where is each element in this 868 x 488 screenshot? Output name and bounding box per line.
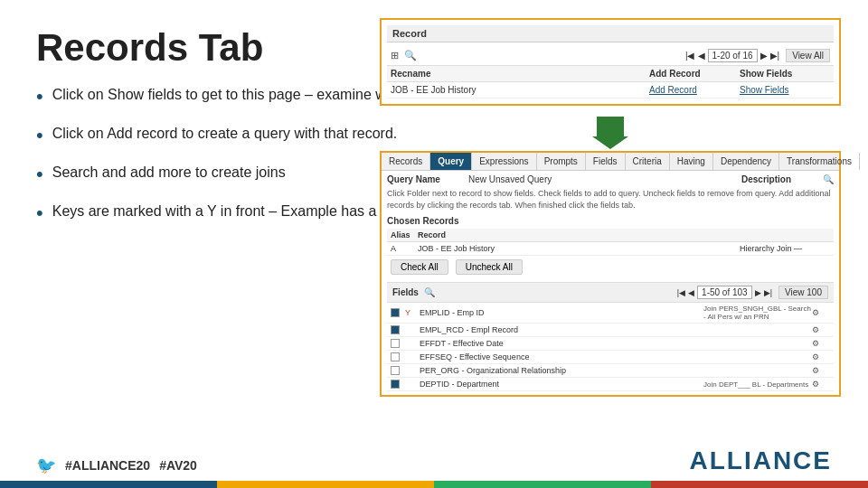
- hashtag1: #ALLIANCE20: [65, 458, 150, 473]
- row-record-1: JOB - EE Job History: [418, 244, 740, 253]
- field-row-5: PER_ORG - Organizational Relationship ⚙: [387, 364, 834, 378]
- field-name-6: DEPTID - Department: [420, 380, 703, 389]
- col-show-fields: Show Fields: [740, 69, 830, 79]
- field-checkbox-2[interactable]: [391, 325, 400, 334]
- fields-section: Fields 🔍 |◀ ◀ 1-50 of 103 ▶ ▶| View 100: [387, 282, 834, 391]
- fields-prev-first[interactable]: |◀: [677, 288, 685, 297]
- query-name-value: New Unsaved Query: [468, 174, 732, 184]
- prev-first-icon[interactable]: |◀: [685, 51, 695, 61]
- row-join-1: Hierarchy Join —: [740, 244, 830, 253]
- field-name-2: EMPL_RCD - Empl Record: [420, 325, 703, 334]
- row-alias-1: A: [391, 244, 418, 253]
- check-all-row: Check All Uncheck All: [387, 256, 834, 278]
- field-row-2: EMPL_RCD - Empl Record ⚙: [387, 324, 834, 337]
- tab-records[interactable]: Records: [382, 153, 430, 170]
- query-body: Query Name New Unsaved Query Description…: [382, 171, 839, 395]
- next-last-icon[interactable]: ▶|: [770, 51, 780, 61]
- tab-criteria[interactable]: Criteria: [626, 153, 670, 170]
- alliance-logo: ALLIANCE: [689, 446, 832, 475]
- ss-toolbar: ⊞ 🔍 |◀ ◀ 1-20 of 16 ▶ ▶| View All: [387, 46, 834, 66]
- tabs-bar: Records Query Expressions Prompts Fields…: [382, 153, 839, 171]
- field-checkbox-3[interactable]: [391, 339, 400, 348]
- screenshot-top: Record ⊞ 🔍 |◀ ◀ 1-20 of 16 ▶ ▶| View All…: [380, 18, 841, 106]
- prev-icon[interactable]: ◀: [698, 51, 705, 61]
- field-icon-5[interactable]: ⚙: [812, 366, 830, 375]
- ss-record-title: Record: [387, 25, 834, 42]
- ss-pager: |◀ ◀ 1-20 of 16 ▶ ▶| View All: [685, 49, 830, 62]
- add-record-link[interactable]: Add Record: [649, 85, 740, 95]
- bullet-text-3: Search and add more to create joins: [52, 163, 286, 183]
- table-icon: ⊞: [391, 50, 399, 61]
- row-name: JOB - EE Job History: [391, 85, 649, 95]
- chosen-records-row-1: A JOB - EE Job History Hierarchy Join —: [387, 242, 834, 256]
- field-icon-4[interactable]: ⚙: [812, 352, 830, 361]
- field-checkbox-5[interactable]: [391, 366, 400, 375]
- footer: 🐦 #ALLIANCE20 #AV20: [36, 455, 197, 475]
- show-fields-link[interactable]: Show Fields: [740, 85, 830, 95]
- field-checkbox-6[interactable]: [391, 380, 400, 389]
- query-name-row: Query Name New Unsaved Query Description…: [387, 174, 834, 184]
- col-alias: Alias: [391, 230, 418, 239]
- chosen-records-header: Alias Record: [387, 229, 834, 242]
- field-icon-2[interactable]: ⚙: [812, 325, 830, 334]
- field-key-1: Y: [405, 308, 420, 317]
- view-all-button[interactable]: View All: [786, 49, 830, 62]
- field-checkbox-4[interactable]: [391, 352, 400, 361]
- field-row-3: EFFDT - Effective Date ⚙: [387, 337, 834, 351]
- fields-next-last[interactable]: ▶|: [764, 288, 772, 297]
- fields-view-100[interactable]: View 100: [778, 286, 828, 299]
- hashtag2: #AV20: [159, 458, 197, 473]
- search-icon: 🔍: [404, 50, 417, 61]
- fields-title: Fields: [392, 287, 419, 297]
- description-label: Description: [741, 174, 814, 184]
- fields-pager: |◀ ◀ 1-50 of 103 ▶ ▶| View 100: [677, 286, 828, 299]
- tab-having[interactable]: Having: [670, 153, 713, 170]
- field-row-6: DEPTID - Department Join DEPT___ BL - De…: [387, 378, 834, 391]
- field-name-3: EFFDT - Effective Date: [420, 339, 703, 348]
- ss-table-header: Recname Add Record Show Fields: [387, 66, 834, 82]
- field-row-4: EFFSEQ - Effective Sequence ⚙: [387, 351, 834, 364]
- tab-transformations[interactable]: Transformations: [779, 153, 860, 170]
- bottom-color-bar: [0, 481, 868, 488]
- fields-next[interactable]: ▶: [755, 288, 761, 297]
- fields-prev[interactable]: ◀: [688, 288, 694, 297]
- field-checkbox-1[interactable]: [391, 308, 400, 317]
- search-icon-query[interactable]: 🔍: [823, 174, 834, 184]
- field-row-1: Y EMPLID - Emp ID Join PERS_SNGH_GBL - S…: [387, 303, 834, 324]
- fields-search-icon[interactable]: 🔍: [424, 287, 435, 297]
- query-name-label: Query Name: [387, 174, 459, 184]
- slide: Records Tab Click on Show fields to get …: [0, 0, 868, 488]
- col-recname: Recname: [391, 69, 649, 79]
- right-panel: Record ⊞ 🔍 |◀ ◀ 1-20 of 16 ▶ ▶| View All…: [380, 18, 841, 397]
- tab-expressions[interactable]: Expressions: [472, 153, 536, 170]
- chosen-records-title: Chosen Records: [387, 216, 834, 226]
- check-all-button[interactable]: Check All: [391, 259, 448, 275]
- screenshot-bottom: Records Query Expressions Prompts Fields…: [380, 151, 841, 397]
- col-add-record: Add Record: [649, 69, 740, 79]
- tab-query[interactable]: Query: [430, 153, 472, 170]
- field-name-1: EMPLID - Emp ID: [420, 308, 703, 317]
- svg-marker-0: [592, 117, 628, 149]
- tab-dependency[interactable]: Dependency: [713, 153, 779, 170]
- bullet-text-2: Click on Add record to create a query wi…: [52, 124, 398, 144]
- tab-prompts[interactable]: Prompts: [537, 153, 586, 170]
- fields-header: Fields 🔍 |◀ ◀ 1-50 of 103 ▶ ▶| View 100: [387, 283, 834, 303]
- fields-pager-box: 1-50 of 103: [697, 286, 752, 299]
- field-icon-3[interactable]: ⚙: [812, 339, 830, 348]
- col-join: [740, 230, 830, 239]
- field-icon-1[interactable]: ⚙: [812, 308, 830, 317]
- pager-box: 1-20 of 16: [708, 49, 758, 62]
- twitter-icon: 🐦: [36, 455, 56, 475]
- query-instruction: Click Folder next to record to show fiel…: [387, 188, 834, 211]
- uncheck-all-button[interactable]: Uncheck All: [456, 259, 523, 275]
- field-name-5: PER_ORG - Organizational Relationship: [420, 366, 703, 375]
- field-join-6: Join DEPT___ BL - Departments: [703, 380, 812, 389]
- field-name-4: EFFSEQ - Effective Sequence: [420, 352, 703, 361]
- field-icon-6[interactable]: ⚙: [812, 380, 830, 389]
- next-icon[interactable]: ▶: [760, 51, 768, 61]
- tab-fields[interactable]: Fields: [586, 153, 626, 170]
- col-record: Record: [418, 230, 740, 239]
- down-arrow: [380, 117, 841, 149]
- ss-table-row-1: JOB - EE Job History Add Record Show Fie…: [387, 82, 834, 99]
- field-join-1: Join PERS_SNGH_GBL - Search - All Pers w…: [703, 305, 812, 321]
